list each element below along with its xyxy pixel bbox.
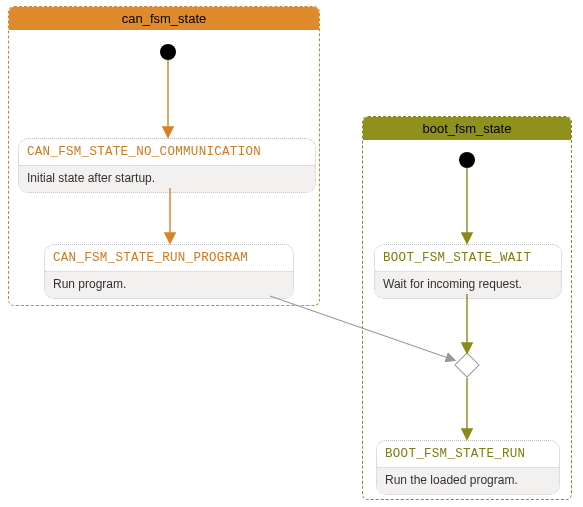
initial-state-can	[160, 44, 176, 60]
state-title: BOOT_FSM_STATE_RUN	[377, 441, 559, 467]
state-desc: Run the loaded program.	[377, 467, 559, 494]
state-title: CAN_FSM_STATE_NO_COMMUNICATION	[19, 139, 315, 165]
initial-state-boot	[459, 152, 475, 168]
state-boot-run: BOOT_FSM_STATE_RUN Run the loaded progra…	[376, 440, 560, 495]
region-title-can: can_fsm_state	[9, 7, 319, 30]
state-desc: Wait for incoming request.	[375, 271, 561, 298]
region-title-boot: boot_fsm_state	[363, 117, 571, 140]
state-title: CAN_FSM_STATE_RUN_PROGRAM	[45, 245, 293, 271]
state-can-no-communication: CAN_FSM_STATE_NO_COMMUNICATION Initial s…	[18, 138, 316, 193]
state-boot-wait: BOOT_FSM_STATE_WAIT Wait for incoming re…	[374, 244, 562, 299]
state-desc: Initial state after startup.	[19, 165, 315, 192]
state-title: BOOT_FSM_STATE_WAIT	[375, 245, 561, 271]
state-desc: Run program.	[45, 271, 293, 298]
state-can-run-program: CAN_FSM_STATE_RUN_PROGRAM Run program.	[44, 244, 294, 299]
